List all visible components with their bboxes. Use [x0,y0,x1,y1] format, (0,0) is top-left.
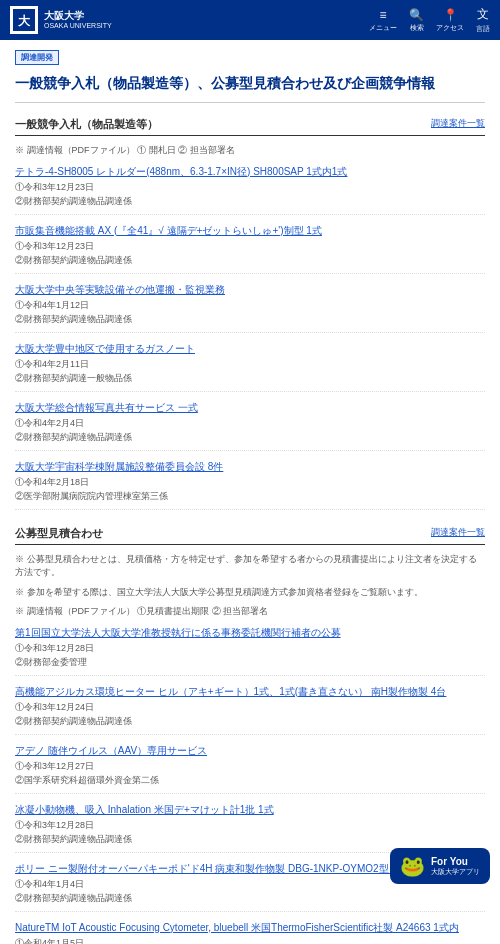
entry-title[interactable]: 市販集音機能搭載 AX (『全41』√ 遠隔デ+ゼットらいしゅ+')制型 1式 [15,223,485,238]
entry-title[interactable]: アデノ 随伴ウイルス（AAV）専用サービス [15,743,485,758]
entry-dept: ②国学系研究科超循環外資金第二係 [15,774,485,787]
entry-meta: ①令和4年2月4日 [15,417,485,430]
page-title: 一般競争入札（物品製造等）、公募型見積合わせ及び企画競争情報 [15,73,485,103]
entry-date: ①令和4年1月5日 [15,937,84,945]
list-item: 市販集音機能搭載 AX (『全41』√ 遠隔デ+ゼットらいしゅ+')制型 1式①… [15,223,485,274]
nav-access[interactable]: 📍 アクセス [436,8,464,33]
entry-title[interactable]: NatureTM IoT Acoustic Focusing Cytometer… [15,920,485,935]
entry-dept: ②財務部契約調達物品調達係 [15,892,485,905]
entry-date: ①令和3年12月28日 [15,819,94,832]
general-tender-items: テトラ-4-SH8005 レトルダー(488nm、6.3-1.7×IN径) SH… [15,164,485,510]
for-you-widget[interactable]: 🐸 For You 大阪大学アプリ [390,848,490,884]
entry-date: ①令和3年12月24日 [15,701,94,714]
list-item: 大阪大学豊中地区で使用するガスノート①令和4年2月11日②財務部契約調達一般物品… [15,341,485,392]
entry-dept: ②医学部附属病院院内管理棟室第三係 [15,490,485,503]
entry-meta: ①令和4年1月12日 [15,299,485,312]
list-item: 第1回国立大学法人大阪大学准教授執行に係る事務委託機関行補者の公募①令和3年12… [15,625,485,676]
entry-date: ①令和3年12月28日 [15,642,94,655]
entry-meta: ①令和4年2月11日 [15,358,485,371]
logo-icon: 大 [10,6,38,34]
category-badge: 調達開発 [15,50,485,73]
nav-language[interactable]: 文 言語 [476,6,490,34]
entry-title[interactable]: 大阪大学豊中地区で使用するガスノート [15,341,485,356]
entry-meta: ①令和4年2月18日 [15,476,485,489]
entry-meta: ①令和3年12月23日 [15,240,485,253]
entry-dept: ②財務部契約調達物品調達係 [15,431,485,444]
entry-title[interactable]: 第1回国立大学法人大阪大学准教授執行に係る事務委託機関行補者の公募 [15,625,485,640]
entry-date: ①令和4年1月4日 [15,878,84,891]
university-logo[interactable]: 大 大阪大学 OSAKA UNIVERSITY [10,6,369,34]
list-item: 大阪大学総合情報写真共有サービス 一式①令和4年2月4日②財務部契約調達物品調達… [15,400,485,451]
entry-date: ①令和4年2月18日 [15,476,89,489]
general-tender-note: ※ 調達情報（PDFファイル） ① 開札日 ② 担当部署名 [15,144,485,158]
entry-dept: ②財務部契約調達一般物品係 [15,372,485,385]
public-quote-note1: ※ 公募型見積合わせとは、見積価格・方を特定せず、参加を希望する者からの見積書提… [15,553,485,580]
map-icon: 📍 [443,8,458,22]
entry-meta: ①令和3年12月24日 [15,701,485,714]
entry-meta: ①令和3年12月27日 [15,760,485,773]
site-header: 大 大阪大学 OSAKA UNIVERSITY ≡ メニュー 🔍 検索 📍 アク… [0,0,500,40]
entry-title[interactable]: 高機能アジルカス環境ヒーター ヒル（アキ+ギート）1式、1式(書き直さない） 南… [15,684,485,699]
language-icon: 文 [477,6,489,23]
entry-meta: ①令和3年12月28日 [15,819,485,832]
general-tender-list-link[interactable]: 調達案件一覧 [431,117,485,132]
entry-dept: ②財務部契約調達物品調達係 [15,833,485,846]
public-quote-list-link[interactable]: 調達案件一覧 [431,526,485,541]
for-you-text: For You 大阪大学アプリ [431,856,480,877]
entry-date: ①令和3年12月23日 [15,240,94,253]
frog-icon: 🐸 [400,854,425,878]
general-tender-header: 一般競争入札（物品製造等） 調達案件一覧 [15,117,485,136]
entry-title[interactable]: 大阪大学中央等実験設備その他運搬・監視業務 [15,282,485,297]
public-quote-note3: ※ 調達情報（PDFファイル） ①見積書提出期限 ② 担当部署名 [15,605,485,619]
entry-title[interactable]: 冰凝小動物機、吸入 Inhalation 米国デ+マけット計1批 1式 [15,802,485,817]
list-item: NatureTM IoT Acoustic Focusing Cytometer… [15,920,485,945]
entry-dept: ②財務部契約調達物品調達係 [15,313,485,326]
header-nav: ≡ メニュー 🔍 検索 📍 アクセス 文 言語 [369,6,490,34]
entry-date: ①令和4年1月12日 [15,299,89,312]
entry-date: ①令和4年2月11日 [15,358,89,371]
entry-title[interactable]: 大阪大学宇宙科学棟附属施設整備委員会設 8件 [15,459,485,474]
entry-meta: ①令和3年12月23日 [15,181,485,194]
nav-search[interactable]: 🔍 検索 [409,8,424,33]
search-icon: 🔍 [409,8,424,22]
entry-date: ①令和3年12月27日 [15,760,94,773]
nav-menu[interactable]: ≡ メニュー [369,8,397,33]
logo-text: 大阪大学 OSAKA UNIVERSITY [44,10,112,30]
public-quote-items: 第1回国立大学法人大阪大学准教授執行に係る事務委託機関行補者の公募①令和3年12… [15,625,485,945]
public-quote-note2: ※ 参加を希望する際は、国立大学法人大阪大学公募型見積調達方式参加資格者登録をご… [15,586,485,600]
entry-date: ①令和4年2月4日 [15,417,84,430]
entry-dept: ②財務部契約調達物品調達係 [15,195,485,208]
list-item: 冰凝小動物機、吸入 Inhalation 米国デ+マけット計1批 1式①令和3年… [15,802,485,853]
public-quote-header: 公募型見積合わせ 調達案件一覧 [15,526,485,545]
entry-title[interactable]: 大阪大学総合情報写真共有サービス 一式 [15,400,485,415]
menu-icon: ≡ [379,8,386,22]
general-tender-section: 一般競争入札（物品製造等） 調達案件一覧 ※ 調達情報（PDFファイル） ① 開… [15,117,485,510]
list-item: 大阪大学中央等実験設備その他運搬・監視業務①令和4年1月12日②財務部契約調達物… [15,282,485,333]
entry-dept: ②財務部契約調達物品調達係 [15,254,485,267]
entry-dept: ②財務部契約調達物品調達係 [15,715,485,728]
entry-dept: ②財務部金委管理 [15,656,485,669]
entry-meta: ①令和4年1月5日 [15,937,485,945]
svg-text:大: 大 [17,14,31,28]
entry-meta: ①令和3年12月28日 [15,642,485,655]
list-item: 大阪大学宇宙科学棟附属施設整備委員会設 8件①令和4年2月18日②医学部附属病院… [15,459,485,510]
entry-date: ①令和3年12月23日 [15,181,94,194]
list-item: アデノ 随伴ウイルス（AAV）専用サービス①令和3年12月27日②国学系研究科超… [15,743,485,794]
list-item: テトラ-4-SH8005 レトルダー(488nm、6.3-1.7×IN径) SH… [15,164,485,215]
entry-title[interactable]: テトラ-4-SH8005 レトルダー(488nm、6.3-1.7×IN径) SH… [15,164,485,179]
list-item: 高機能アジルカス環境ヒーター ヒル（アキ+ギート）1式、1式(書き直さない） 南… [15,684,485,735]
main-content: 調達開発 一般競争入札（物品製造等）、公募型見積合わせ及び企画競争情報 一般競争… [0,40,500,944]
